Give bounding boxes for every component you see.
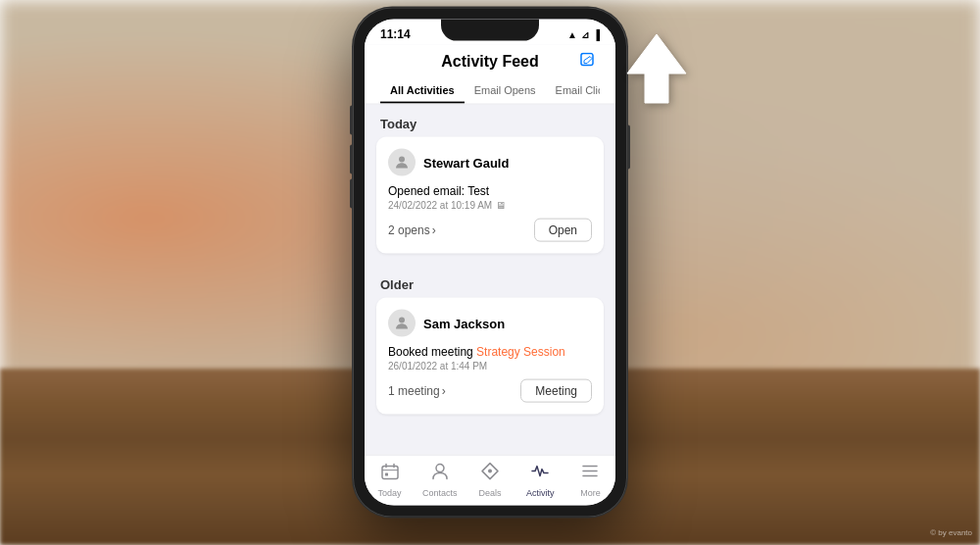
deals-icon: [480, 462, 500, 486]
time-text-1: 24/02/2022 at 10:19 AM: [388, 200, 492, 211]
tabs-row: All Activities Email Opens Email Clicks …: [380, 78, 600, 104]
card-bottom-2: 1 meeting › Meeting: [388, 379, 592, 403]
phone-device: 11:14 ▲ ⊿ ▐ Activity Feed: [353, 8, 627, 518]
activity-count-2[interactable]: 1 meeting ›: [388, 384, 446, 398]
open-button[interactable]: Open: [534, 219, 592, 242]
watermark: © by evanto: [930, 528, 972, 537]
page-title: Activity Feed: [441, 53, 539, 71]
meeting-button[interactable]: Meeting: [520, 379, 592, 403]
phone-notch: [441, 20, 539, 41]
activity-desc-1: Opened email: Test: [388, 184, 592, 198]
arrow-indicator: [617, 29, 696, 108]
signal-icon: ▲: [567, 28, 577, 39]
count-text-1: 2 opens: [388, 223, 430, 237]
phone-screen: 11:14 ▲ ⊿ ▐ Activity Feed: [365, 20, 615, 506]
section-today: Today: [365, 105, 615, 137]
tab-all-activities[interactable]: All Activities: [380, 78, 465, 104]
count-text-2: 1 meeting: [388, 384, 440, 398]
svg-point-2: [399, 157, 405, 163]
nav-label-deals: Deals: [479, 488, 502, 498]
card-bottom-1: 2 opens › Open: [388, 219, 592, 242]
today-icon: [380, 462, 400, 486]
svg-point-6: [436, 465, 444, 472]
contacts-icon: [430, 462, 450, 486]
count-chevron-1: ›: [432, 223, 436, 237]
activity-count-1[interactable]: 2 opens ›: [388, 223, 436, 237]
activity-desc-2: Booked meeting Strategy Session: [388, 345, 592, 359]
bottom-nav: Today Contacts: [365, 455, 615, 506]
activity-link[interactable]: Strategy Session: [476, 345, 565, 359]
nav-label-more: More: [580, 488, 601, 498]
nav-item-activity[interactable]: Activity: [515, 462, 565, 498]
card-top-1: Stewart Gauld: [388, 149, 592, 176]
activity-content: Today Stewart Gauld Opened email: Test: [365, 105, 615, 455]
contact-name-2: Sam Jackson: [423, 316, 505, 330]
nav-label-activity: Activity: [526, 488, 555, 498]
avatar-stewart: [388, 149, 416, 176]
svg-marker-0: [627, 34, 686, 103]
svg-rect-5: [385, 473, 388, 476]
avatar-sam: [388, 310, 416, 337]
activity-icon: [530, 462, 550, 486]
activity-card-2: Sam Jackson Booked meeting Strategy Sess…: [376, 298, 604, 415]
nav-label-contacts: Contacts: [422, 488, 458, 498]
edit-icon[interactable]: [580, 53, 600, 73]
nav-item-today[interactable]: Today: [365, 462, 415, 498]
status-icons: ▲ ⊿ ▐: [567, 28, 600, 39]
device-icon: 🖥: [496, 200, 506, 211]
svg-rect-4: [382, 467, 398, 479]
wifi-icon: ⊿: [581, 28, 589, 39]
nav-item-contacts[interactable]: Contacts: [415, 462, 465, 498]
tab-email-clicks[interactable]: Email Clicks: [546, 78, 600, 104]
activity-time-1: 24/02/2022 at 10:19 AM 🖥: [388, 200, 592, 211]
activity-card-1: Stewart Gauld Opened email: Test 24/02/2…: [376, 137, 604, 254]
tab-email-opens[interactable]: Email Opens: [465, 78, 546, 104]
svg-point-3: [399, 318, 405, 323]
nav-item-deals[interactable]: Deals: [465, 462, 514, 498]
header-row: Activity Feed: [380, 49, 600, 78]
card-top-2: Sam Jackson: [388, 310, 592, 337]
section-older: Older: [365, 266, 615, 298]
status-time: 11:14: [380, 27, 411, 41]
phone-body: 11:14 ▲ ⊿ ▐ Activity Feed: [353, 8, 627, 518]
battery-icon: ▐: [593, 28, 600, 39]
count-chevron-2: ›: [442, 384, 446, 398]
nav-item-more[interactable]: More: [565, 462, 615, 498]
activity-time-2: 26/01/2022 at 1:44 PM: [388, 361, 592, 372]
svg-point-7: [488, 470, 492, 473]
more-icon: [580, 462, 600, 486]
app-header: Activity Feed All Activities Email Opens…: [365, 45, 615, 105]
contact-name-1: Stewart Gauld: [423, 155, 509, 170]
nav-label-today: Today: [378, 488, 402, 498]
time-text-2: 26/01/2022 at 1:44 PM: [388, 361, 487, 372]
